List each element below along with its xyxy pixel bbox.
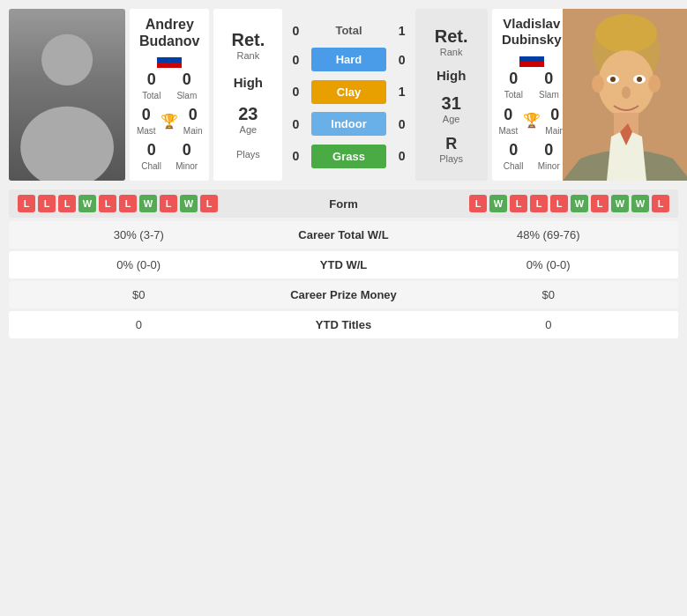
left-mast-stat: 0 Mast — [137, 106, 156, 136]
clay-row: 0 Clay 1 — [287, 80, 410, 104]
grass-surface-btn[interactable]: Grass — [311, 145, 385, 168]
stat-row-0: 30% (3-7) Career Total W/L 48% (69-76) — [9, 221, 678, 249]
stat-label-2: Career Prize Money — [256, 288, 432, 301]
right-high-stat: High — [437, 68, 466, 83]
left-plays-stat: Plays — [236, 149, 260, 160]
right-trophy-icon: 🏆 — [523, 112, 541, 129]
right-form-results: LWLLLWLWWL — [388, 195, 670, 212]
bottom-section: LLLWLLWLWL Form LWLLLWLWWL 30% (3-7) Car… — [0, 185, 687, 345]
right-player-info: Vladislav Dubinsky 0 Total 0 Slam — [492, 9, 571, 181]
right-middle-stats: Ret. Rank High 31 Age R Plays — [415, 9, 488, 181]
form-pill-left: W — [139, 195, 157, 212]
stat-label-3: YTD Titles — [256, 318, 432, 331]
left-player-photo — [9, 9, 125, 181]
svg-point-12 — [648, 75, 661, 93]
right-minor-stat: 0 Minor — [538, 141, 560, 171]
stat-left-1: 0% (0-0) — [22, 258, 256, 271]
form-pill-left: L — [200, 195, 218, 212]
left-slam-stat: 0 Slam — [176, 71, 197, 100]
left-stats-row3: 0 Chall 0 Minor — [134, 138, 205, 174]
left-trophy-icon: 🏆 — [161, 113, 178, 130]
stat-row-1: 0% (0-0) YTD W/L 0% (0-0) — [9, 251, 678, 278]
svg-point-1 — [20, 107, 114, 181]
form-pill-left: L — [119, 195, 137, 212]
right-chall-stat: 0 Chall — [504, 141, 524, 171]
right-mast-stat: 0 Mast — [498, 106, 518, 136]
form-row: LLLWLLWLWL Form LWLLLWLWWL — [9, 189, 678, 218]
left-main-stat: 0 Main — [183, 106, 203, 136]
right-age-stat: 31 Age — [442, 93, 461, 124]
right-photo-real — [576, 9, 678, 181]
right-plays-stat: R Plays — [439, 135, 463, 164]
stat-label-0: Career Total W/L — [256, 228, 432, 241]
right-main-stat: 0 Main — [545, 106, 564, 136]
form-label: Form — [300, 197, 388, 211]
left-photo-placeholder — [9, 9, 125, 181]
stat-left-2: $0 — [22, 288, 256, 301]
form-pill-right: W — [631, 195, 649, 212]
form-pill-left: W — [180, 195, 198, 212]
svg-point-5 — [598, 50, 654, 117]
surface-scores: 0 Total 1 0 Hard 0 0 Clay 1 0 Indoor 0 — [287, 9, 410, 181]
svg-point-8 — [610, 77, 616, 82]
players-row: Andrey Budanov 0 Total 0 Slam — [0, 0, 687, 185]
stat-left-0: 30% (3-7) — [22, 228, 256, 241]
svg-point-9 — [637, 77, 642, 82]
stat-right-0: 48% (69-76) — [432, 228, 666, 241]
svg-point-4 — [595, 14, 657, 53]
left-age-stat: 23 Age — [238, 104, 258, 135]
indoor-surface-btn[interactable]: Indoor — [311, 112, 385, 136]
left-minor-stat: 0 Minor — [175, 141, 198, 171]
left-rank-stat: Ret. Rank — [231, 30, 265, 61]
stat-row-3: 0 YTD Titles 0 — [9, 311, 678, 338]
right-player-photo — [576, 9, 678, 181]
form-pill-left: L — [58, 195, 76, 212]
svg-point-11 — [592, 75, 604, 93]
svg-point-0 — [41, 34, 93, 85]
form-pill-left: L — [18, 195, 35, 212]
form-pill-left: L — [38, 195, 56, 212]
form-pill-left: L — [160, 195, 177, 212]
total-row: 0 Total 1 — [287, 22, 410, 40]
right-flag — [497, 51, 567, 67]
grass-row: 0 Grass 0 — [287, 145, 410, 168]
stat-right-2: $0 — [432, 288, 666, 301]
form-pill-right: W — [571, 195, 588, 212]
left-total-stat: 0 Total — [142, 71, 161, 100]
form-pill-right: W — [611, 195, 629, 212]
stat-row-2: $0 Career Prize Money $0 — [9, 281, 678, 308]
form-pill-right: L — [469, 195, 487, 212]
left-high-stat: High — [234, 75, 263, 90]
svg-point-10 — [622, 86, 631, 99]
left-form-results: LLLWLLWLWL — [18, 195, 300, 212]
hard-row: 0 Hard 0 — [287, 48, 410, 71]
form-pill-right: L — [591, 195, 609, 212]
left-stats-row2: 0 Mast 🏆 0 Main — [134, 103, 205, 138]
left-player-name-header: Andrey Budanov — [134, 16, 205, 52]
right-stats-row1: 0 Total 0 Slam — [497, 67, 567, 102]
form-pill-left: W — [78, 195, 96, 212]
clay-surface-btn[interactable]: Clay — [311, 80, 385, 104]
main-container: Andrey Budanov 0 Total 0 Slam — [0, 0, 687, 345]
stat-left-3: 0 — [22, 318, 256, 331]
right-stats-row2: 0 Mast 🏆 0 Main — [497, 103, 567, 138]
stats-container: 30% (3-7) Career Total W/L 48% (69-76) 0… — [9, 221, 678, 338]
right-slam-stat: 0 Slam — [539, 70, 559, 100]
left-stats-row1: 0 Total 0 Slam — [134, 68, 205, 103]
form-pill-right: L — [550, 195, 568, 212]
right-rank-stat: Ret. Rank — [435, 26, 468, 57]
form-pill-right: L — [652, 195, 669, 212]
right-stats-row3: 0 Chall 0 Minor — [497, 138, 567, 174]
left-player-info: Andrey Budanov 0 Total 0 Slam — [130, 9, 209, 181]
right-face-svg — [576, 9, 678, 181]
left-chall-stat: 0 Chall — [141, 141, 161, 171]
stat-right-3: 0 — [432, 318, 666, 331]
stat-label-1: YTD W/L — [256, 258, 432, 271]
stat-right-1: 0% (0-0) — [432, 258, 666, 271]
hard-surface-btn[interactable]: Hard — [311, 48, 385, 71]
form-pill-right: W — [489, 195, 507, 212]
form-pill-right: L — [510, 195, 527, 212]
form-pill-right: L — [530, 195, 548, 212]
right-player-name-header: Vladislav Dubinsky — [497, 16, 567, 50]
left-middle-stats: Ret. Rank High 23 Age Plays — [213, 9, 282, 181]
